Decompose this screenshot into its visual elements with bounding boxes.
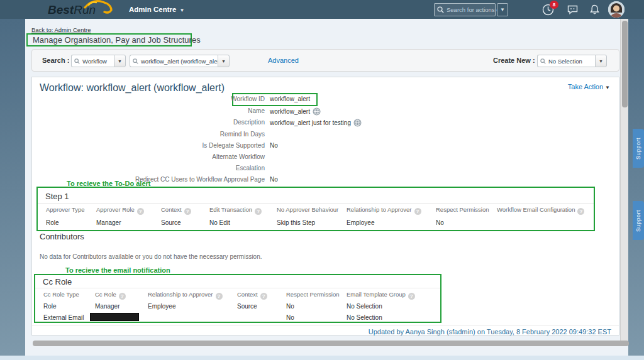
contributors-title: Contributors [40, 232, 84, 241]
globe-translation-icon[interactable] [313, 107, 321, 116]
bestrun-logo: BestRun [48, 2, 108, 18]
cc-row-respect-permission: No [286, 303, 294, 310]
chevron-down-icon: ▼ [118, 59, 122, 63]
column-header: Email Template Group? [347, 291, 415, 300]
horizontal-scrollbar-thumb[interactable] [33, 341, 629, 346]
column-header: Context? [161, 206, 191, 215]
cc-row-email-template-group: No Selection [347, 303, 382, 310]
chevron-down-icon: ▼ [221, 59, 226, 63]
back-to-admin-centre-link[interactable]: Back to: Admin Centre [31, 26, 91, 33]
left-edge-background [0, 19, 25, 356]
field-label: Alternate Workflow [38, 153, 265, 160]
step1-edit-transaction: No Edit [209, 219, 230, 226]
step1-context: Source [161, 219, 181, 226]
create-new-combo[interactable]: No Selection ▼ [537, 55, 607, 67]
column-header: Approver Role? [96, 206, 144, 215]
search-icon [74, 58, 80, 64]
field-value: workflow_alert [270, 95, 310, 102]
support-tab-lower[interactable]: Support [633, 201, 644, 240]
help-icon[interactable]: ? [137, 208, 144, 215]
step1-relationship-to-approver: Employee [347, 219, 374, 226]
search-icon [540, 58, 546, 64]
help-icon[interactable]: ? [255, 208, 262, 215]
global-search-input[interactable] [447, 6, 497, 13]
chat-feedback-icon[interactable] [567, 5, 578, 17]
chevron-down-icon: ▼ [605, 85, 610, 90]
search-type-dropdown-button[interactable]: ▼ [114, 55, 126, 67]
cc-row-context: Source [237, 303, 257, 310]
search-toolbar: Search : Workflow ▼ workflow_alert (work… [31, 49, 619, 72]
column-header: Relationship to Approver? [347, 206, 421, 215]
help-icon[interactable]: ? [260, 293, 267, 300]
notifications-bell-icon[interactable] [590, 4, 599, 18]
nav-admin-centre[interactable]: Admin Centre▼ [129, 0, 184, 19]
search-item-value: workflow_alert (workflow_alert... [141, 58, 218, 65]
nav-admin-centre-label: Admin Centre [129, 6, 176, 13]
search-item-combo[interactable]: workflow_alert (workflow_alert... ▼ [130, 55, 230, 67]
global-search-box[interactable] [434, 3, 496, 16]
column-header: Edit Transaction? [209, 206, 262, 215]
help-icon[interactable]: ? [184, 208, 191, 215]
panel-footer-divider [32, 325, 619, 325]
vertical-scrollbar-thumb[interactable] [622, 21, 628, 107]
create-new-label: Create New : [493, 57, 535, 64]
chevron-down-icon: ▼ [599, 59, 603, 63]
step1-respect-permission: No [436, 219, 444, 226]
field-row-remind-in-days: Remind In Days [32, 131, 611, 142]
help-icon[interactable]: ? [414, 208, 421, 215]
bottom-edge-band [0, 356, 644, 360]
workflow-panel-title: Workflow: workflow_alert (workflow_alert… [40, 82, 225, 94]
logo-text-best: Best [48, 3, 74, 16]
page-title: Manage Organisation, Pay and Job Structu… [33, 35, 201, 45]
cc-row-respect-permission: No [286, 314, 294, 321]
column-header: Respect Permission [286, 291, 339, 298]
support-tab-upper[interactable]: Support [633, 129, 644, 168]
search-icon [133, 58, 138, 64]
search-type-value: Workflow [82, 58, 107, 65]
field-label: Escalation [38, 165, 265, 172]
help-icon[interactable]: ? [119, 293, 126, 300]
user-avatar[interactable] [608, 1, 625, 18]
field-row-is-delegate-supported: Is Delegate Supported No [32, 142, 611, 153]
advanced-link[interactable]: Advanced [268, 57, 299, 64]
field-value: No [270, 176, 278, 183]
field-label: Name [38, 107, 265, 114]
right-edge-background [628, 19, 644, 356]
cc-role-highlight-box: Cc Role Cc Role Type Cc Role? Relationsh… [34, 274, 441, 323]
take-action-label: Take Action [568, 83, 603, 90]
column-header: Respect Permission [436, 206, 489, 213]
take-action-button[interactable]: Take Action▼ [568, 83, 610, 90]
chevron-down-icon: ▼ [500, 7, 505, 13]
search-item-dropdown-button[interactable]: ▼ [218, 55, 230, 67]
search-label: Search : [42, 57, 69, 64]
help-icon[interactable]: ? [577, 208, 584, 215]
cc-row-type: Role [43, 303, 57, 310]
column-header: Context? [237, 291, 267, 300]
workflow-detail-panel: Workflow: workflow_alert (workflow_alert… [31, 77, 619, 335]
cc-row-relationship: Employee [148, 303, 175, 310]
field-value: workflow_alert just for testing [270, 119, 351, 126]
annotation-email-notification: To recieve the email notification [65, 266, 170, 274]
contributors-empty-message: No data for Contributors available or yo… [40, 253, 262, 260]
globe-translation-icon[interactable] [353, 119, 362, 127]
updated-by-text: Updated by Aanya Singh (sfadmin) on Tues… [369, 328, 611, 335]
vertical-scrollbar[interactable] [620, 19, 628, 341]
column-header: Cc Role Type [43, 291, 79, 298]
help-icon[interactable]: ? [216, 293, 223, 300]
search-type-combo[interactable]: Workflow ▼ [71, 55, 126, 67]
field-row-description: Description workflow_alert just for test… [32, 119, 611, 130]
step1-no-approver-behaviour: Skip this Step [277, 219, 315, 226]
step1-approver-type: Role [46, 219, 59, 226]
step1-approver-role: Manager [96, 219, 121, 226]
global-search-dropdown-button[interactable]: ▼ [497, 3, 508, 16]
field-row-escalation: Escalation [32, 165, 611, 176]
help-icon[interactable]: ? [408, 293, 415, 300]
cc-row-email-template-group: No Selection [347, 314, 382, 321]
todo-count-badge: 8 [550, 1, 558, 9]
field-label: Is Delegate Supported [38, 142, 265, 149]
create-new-value: No Selection [548, 58, 582, 65]
step1-highlight-box: Step 1 Approver Type Approver Role? Cont… [36, 187, 595, 231]
chevron-down-icon: ▼ [179, 8, 184, 13]
page-title-highlight-box: Manage Organisation, Pay and Job Structu… [26, 33, 192, 46]
create-new-dropdown-button[interactable]: ▼ [595, 55, 607, 67]
